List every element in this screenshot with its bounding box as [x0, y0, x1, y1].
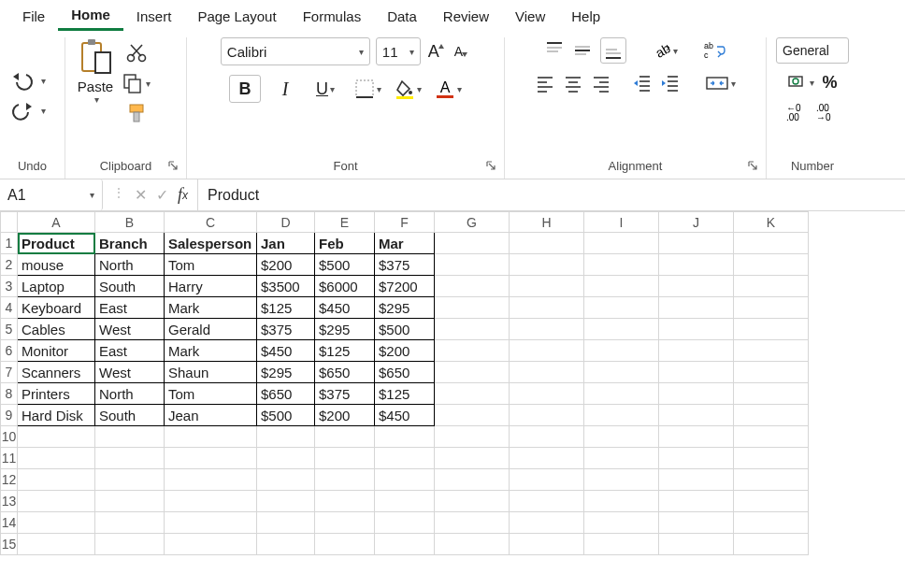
- col-header-J[interactable]: J: [659, 212, 734, 233]
- orientation-button[interactable]: ab▾: [651, 40, 678, 61]
- copy-button[interactable]: ▾: [122, 73, 151, 93]
- cell-G3[interactable]: [435, 276, 510, 297]
- font-name-select[interactable]: Calibri▾: [221, 37, 370, 65]
- tab-file[interactable]: File: [9, 5, 58, 30]
- cell-K10[interactable]: [734, 426, 809, 448]
- cell-D1[interactable]: Jan: [257, 233, 315, 254]
- cell-J8[interactable]: [659, 383, 734, 405]
- cell-C3[interactable]: Harry: [165, 276, 257, 297]
- percent-format-button[interactable]: %: [822, 73, 837, 93]
- cell-E10[interactable]: [315, 426, 375, 448]
- col-header-K[interactable]: K: [734, 212, 809, 233]
- row-header-6[interactable]: 6: [1, 340, 18, 362]
- increase-indent-button[interactable]: [660, 73, 681, 93]
- formula-input[interactable]: Product: [197, 179, 905, 210]
- insert-function-button[interactable]: fx: [178, 185, 188, 205]
- cell-I5[interactable]: [584, 319, 659, 340]
- cell-C12[interactable]: [165, 469, 257, 491]
- cell-G12[interactable]: [435, 469, 510, 491]
- cell-H2[interactable]: [510, 254, 584, 276]
- cell-C9[interactable]: Jean: [165, 405, 257, 426]
- cell-K3[interactable]: [734, 276, 809, 297]
- cell-F15[interactable]: [375, 534, 435, 555]
- col-header-H[interactable]: H: [510, 212, 584, 233]
- cell-F13[interactable]: [375, 491, 435, 512]
- row-header-14[interactable]: 14: [1, 512, 18, 534]
- tab-review[interactable]: Review: [430, 5, 502, 30]
- cell-D2[interactable]: $200: [257, 254, 315, 276]
- cell-C10[interactable]: [165, 426, 257, 448]
- row-header-8[interactable]: 8: [1, 383, 18, 405]
- align-middle-button[interactable]: [572, 40, 593, 61]
- cell-G9[interactable]: [435, 405, 510, 426]
- cell-G4[interactable]: [435, 297, 510, 319]
- cell-D9[interactable]: $500: [257, 405, 315, 426]
- merge-center-button[interactable]: ▾: [705, 73, 736, 93]
- cell-E3[interactable]: $6000: [315, 276, 375, 297]
- cell-G8[interactable]: [435, 383, 510, 405]
- cell-K4[interactable]: [734, 297, 809, 319]
- row-header-12[interactable]: 12: [1, 469, 18, 491]
- font-size-select[interactable]: 11▾: [376, 37, 421, 65]
- col-header-D[interactable]: D: [257, 212, 315, 233]
- cell-B8[interactable]: North: [95, 383, 165, 405]
- row-header-7[interactable]: 7: [1, 362, 18, 383]
- cell-I15[interactable]: [584, 534, 659, 555]
- cell-F10[interactable]: [375, 426, 435, 448]
- cell-C14[interactable]: [165, 512, 257, 534]
- cell-A11[interactable]: [18, 448, 95, 469]
- row-header-2[interactable]: 2: [1, 254, 18, 276]
- cell-I7[interactable]: [584, 362, 659, 383]
- cell-E14[interactable]: [315, 512, 375, 534]
- cell-D13[interactable]: [257, 491, 315, 512]
- cell-A1[interactable]: Product: [18, 233, 95, 254]
- tab-page-layout[interactable]: Page Layout: [184, 5, 289, 30]
- cell-E1[interactable]: Feb: [315, 233, 375, 254]
- decrease-indent-button[interactable]: [632, 73, 653, 93]
- number-format-select[interactable]: General: [776, 37, 849, 64]
- cell-H7[interactable]: [510, 362, 584, 383]
- cell-B7[interactable]: West: [95, 362, 165, 383]
- cell-A14[interactable]: [18, 512, 95, 534]
- font-color-button[interactable]: A▾: [435, 79, 462, 99]
- decrease-decimal-button[interactable]: .00→0: [816, 102, 839, 121]
- cell-E6[interactable]: $125: [315, 340, 375, 362]
- borders-button[interactable]: ▾: [354, 79, 381, 99]
- cut-button[interactable]: [122, 43, 151, 64]
- tab-help[interactable]: Help: [558, 5, 613, 30]
- alignment-launcher[interactable]: [745, 158, 760, 173]
- cell-G13[interactable]: [435, 491, 510, 512]
- cell-J11[interactable]: [659, 448, 734, 469]
- cell-G7[interactable]: [435, 362, 510, 383]
- cell-A3[interactable]: Laptop: [18, 276, 95, 297]
- cell-F8[interactable]: $125: [375, 383, 435, 405]
- cell-K1[interactable]: [734, 233, 809, 254]
- cell-C11[interactable]: [165, 448, 257, 469]
- cell-J13[interactable]: [659, 491, 734, 512]
- cell-C7[interactable]: Shaun: [165, 362, 257, 383]
- row-header-10[interactable]: 10: [1, 426, 18, 448]
- cell-F11[interactable]: [375, 448, 435, 469]
- cell-A2[interactable]: mouse: [18, 254, 95, 276]
- cell-J10[interactable]: [659, 426, 734, 448]
- cell-H4[interactable]: [510, 297, 584, 319]
- paste-button[interactable]: [75, 37, 116, 79]
- cell-F7[interactable]: $650: [375, 362, 435, 383]
- cell-B10[interactable]: [95, 426, 165, 448]
- cell-I14[interactable]: [584, 512, 659, 534]
- name-box[interactable]: A1▾: [0, 179, 103, 210]
- cell-E2[interactable]: $500: [315, 254, 375, 276]
- cell-F2[interactable]: $375: [375, 254, 435, 276]
- cell-I10[interactable]: [584, 426, 659, 448]
- cell-H10[interactable]: [510, 426, 584, 448]
- cell-F14[interactable]: [375, 512, 435, 534]
- cell-B9[interactable]: South: [95, 405, 165, 426]
- cell-D12[interactable]: [257, 469, 315, 491]
- cell-C2[interactable]: Tom: [165, 254, 257, 276]
- cell-K8[interactable]: [734, 383, 809, 405]
- decrease-font-button[interactable]: A: [452, 42, 470, 61]
- cell-K7[interactable]: [734, 362, 809, 383]
- format-painter-button[interactable]: [122, 103, 151, 123]
- cell-A8[interactable]: Printers: [18, 383, 95, 405]
- cell-J14[interactable]: [659, 512, 734, 534]
